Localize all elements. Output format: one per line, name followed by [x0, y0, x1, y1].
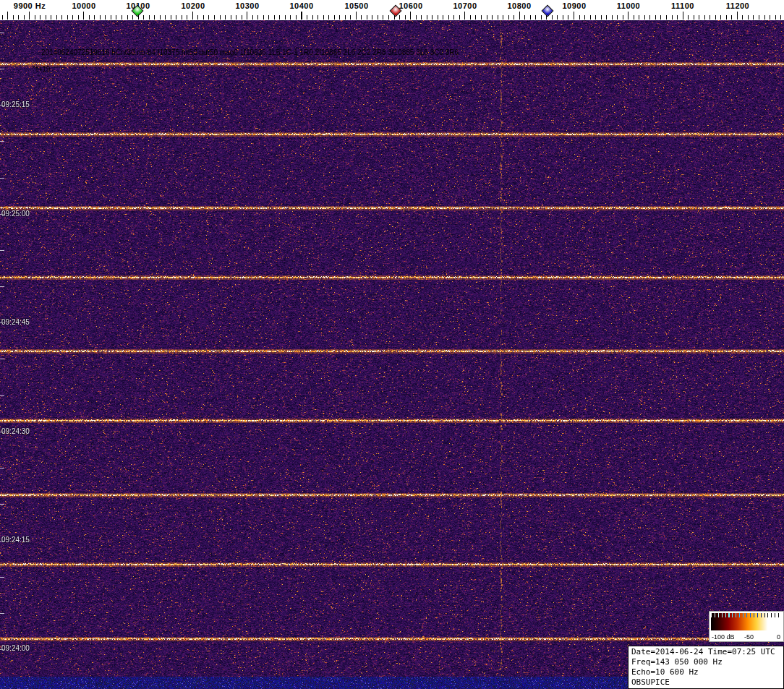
legend-tick-marks — [711, 613, 782, 617]
info-station: OBSUPICE — [631, 677, 780, 688]
ruler-label: 10200 — [181, 1, 205, 10]
info-frequency: Freq=143 050 000 Hz — [631, 657, 780, 667]
ruler-label: 10900 — [562, 1, 586, 10]
ruler-minor-ticks — [0, 15, 784, 20]
ruler-label: 10800 — [507, 1, 531, 10]
legend-label-max: 0 — [777, 633, 780, 641]
ruler-label: 10700 — [453, 1, 477, 10]
time-axis-label: 09:24:00 — [1, 644, 30, 652]
ruler-label: 10600 — [399, 1, 422, 10]
time-axis-label: 09:24:30 — [1, 427, 30, 435]
ruler-label: 11100 — [671, 1, 694, 10]
ruler-label: 10400 — [289, 1, 313, 10]
time-cursor-label: ^t+19 — [33, 65, 50, 73]
info-echo: Echo=10 600 Hz — [631, 667, 780, 677]
frequency-ruler[interactable]: 9900 Hz 10000 10100 10200 10300 10400 10… — [0, 0, 784, 20]
legend-label-mid: -50 — [744, 633, 754, 641]
ruler-label: 10000 — [72, 1, 95, 10]
time-axis-label: 09:24:15 — [1, 536, 30, 544]
waterfall-display[interactable]: 20140624072519816 hCnt30 nb-84 f10375 hi… — [0, 20, 784, 689]
color-gradient-bar — [711, 613, 782, 630]
spectrogram-canvas[interactable] — [0, 20, 784, 689]
ruler-label: 11200 — [726, 1, 749, 10]
ruler-label: 10300 — [235, 1, 259, 10]
time-axis-label: 09:24:45 — [1, 318, 30, 326]
legend-labels: -100 dB -50 0 — [710, 632, 783, 641]
detection-header-text: 20140624072519816 hCnt30 nb-84 f10375 hi… — [41, 48, 459, 56]
info-date-time: Date=2014-06-24 Time=07:25 UTC — [631, 647, 780, 657]
legend-label-min: -100 dB — [712, 633, 735, 641]
ruler-label: 9900 Hz — [14, 1, 46, 10]
ruler-label: 11000 — [617, 1, 640, 10]
observation-info-box: Date=2014-06-24 Time=07:25 UTC Freq=143 … — [628, 646, 784, 689]
time-axis-label: 09:25:00 — [1, 210, 30, 218]
time-axis-label: 09:25:15 — [1, 100, 30, 108]
color-scale-legend: -100 dB -50 0 — [709, 611, 784, 642]
ruler-label: 10500 — [344, 1, 368, 10]
meteor-spectrogram-app: 9900 Hz 10000 10100 10200 10300 10400 10… — [0, 0, 784, 689]
